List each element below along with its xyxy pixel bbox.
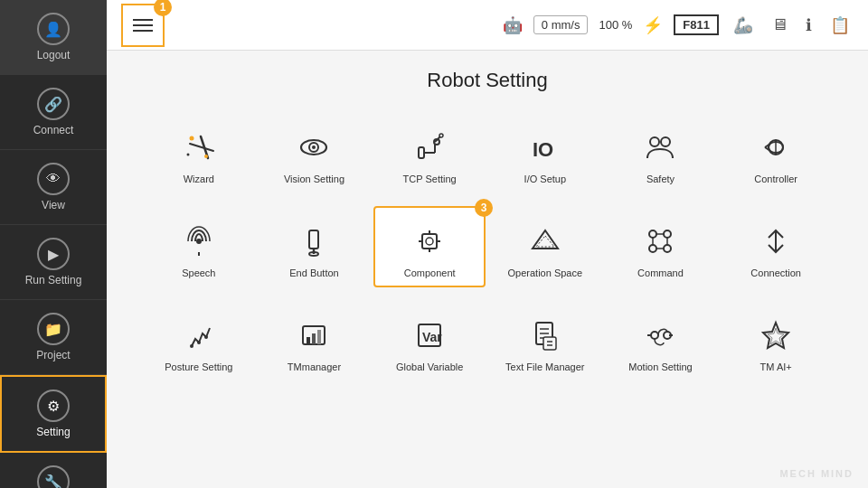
grid-item-io-setup[interactable]: IO I/O Setup xyxy=(489,114,601,192)
svg-point-34 xyxy=(649,230,656,238)
svg-marker-63 xyxy=(763,323,788,348)
page-title: Robot Setting xyxy=(143,69,832,92)
grid-item-component[interactable]: 3 Component xyxy=(373,206,486,287)
sidebar-label-logout: Logout xyxy=(37,49,71,61)
end-button-label: End Button xyxy=(289,267,338,278)
svg-point-43 xyxy=(190,344,193,348)
svg-point-27 xyxy=(426,238,433,245)
sidebar-label-run-setting: Run Setting xyxy=(25,274,82,286)
grid-item-motion-setting[interactable]: Motion Setting xyxy=(605,302,717,380)
grid-item-operation-space[interactable]: Operation Space xyxy=(489,206,601,287)
info-icon[interactable]: ℹ xyxy=(802,12,816,39)
grid-item-global-variable[interactable]: Var Global Variable xyxy=(373,302,486,380)
grid-item-speech[interactable]: Speech xyxy=(143,206,255,287)
svg-point-44 xyxy=(197,341,201,344)
motion-setting-icon xyxy=(642,313,678,358)
system-icon: 🔧 xyxy=(37,465,70,488)
content-area: Robot Setting Wizard Vision Setting xyxy=(107,51,868,488)
grid-item-wizard[interactable]: Wizard xyxy=(143,114,255,192)
command-label: Command xyxy=(637,267,684,278)
item-badge-component: 3 xyxy=(475,199,493,217)
end-button-icon xyxy=(296,219,332,264)
grid-item-command[interactable]: Command xyxy=(605,206,717,287)
grid-item-end-button[interactable]: End Button xyxy=(259,206,371,287)
svg-point-4 xyxy=(186,154,189,156)
logout-icon: 👤 xyxy=(37,13,70,45)
grid-item-tmmanager[interactable]: TMmanager xyxy=(259,302,371,380)
grid-item-safety[interactable]: Safety xyxy=(605,114,717,192)
sidebar-item-project[interactable]: 📁 Project xyxy=(0,300,107,375)
grid-item-text-file-manager[interactable]: Text File Manager xyxy=(489,302,601,380)
controller-label: Controller xyxy=(754,174,797,184)
robot-icon: 🤖 xyxy=(503,15,523,35)
sidebar-item-connect[interactable]: 🔗 Connect xyxy=(0,75,107,150)
grid-item-tcp-setting[interactable]: TCP Setting xyxy=(373,114,486,192)
grid-item-vision-setting[interactable]: Vision Setting xyxy=(259,114,371,192)
svg-rect-26 xyxy=(422,234,437,249)
svg-point-36 xyxy=(649,245,656,252)
motion-setting-label: Motion Setting xyxy=(628,361,692,372)
svg-rect-49 xyxy=(317,330,321,344)
connection-icon xyxy=(758,219,794,264)
operation-space-icon xyxy=(527,219,563,264)
tm-ai-plus-icon xyxy=(758,313,794,358)
io-setup-label: I/O Setup xyxy=(524,174,566,184)
safety-icon xyxy=(642,125,678,170)
svg-point-15 xyxy=(650,137,659,146)
network-icon: ⚡ xyxy=(643,15,663,35)
monitor-icon[interactable]: 🖥 xyxy=(768,12,791,38)
sidebar-item-logout[interactable]: 👤 Logout xyxy=(0,0,107,75)
global-variable-icon: Var xyxy=(411,313,448,358)
component-icon xyxy=(411,219,448,264)
setting-icon: ⚙ xyxy=(37,389,70,422)
text-file-manager-icon xyxy=(527,313,563,358)
hamburger-icon xyxy=(133,19,153,32)
tmmanager-label: TMmanager xyxy=(288,361,341,372)
f-badge: F811 xyxy=(674,14,719,35)
svg-point-7 xyxy=(312,145,316,149)
vision-setting-icon xyxy=(296,125,332,170)
tcp-setting-icon xyxy=(411,125,448,170)
svg-point-35 xyxy=(664,230,671,238)
view-icon: 👁 xyxy=(37,163,70,195)
svg-text:Var: Var xyxy=(422,330,442,344)
svg-point-16 xyxy=(661,137,670,146)
grid-item-controller[interactable]: Controller xyxy=(720,114,832,192)
sidebar-item-setting[interactable]: ⚙ Setting xyxy=(0,375,107,453)
operation-space-label: Operation Space xyxy=(508,267,583,278)
svg-rect-56 xyxy=(543,337,556,350)
robot-arm-icon[interactable]: 🦾 xyxy=(730,12,757,39)
sidebar-item-system[interactable]: 🔧 System xyxy=(0,453,107,488)
svg-point-13 xyxy=(439,134,443,137)
svg-point-2 xyxy=(189,136,193,141)
sidebar-item-view[interactable]: 👁 View xyxy=(0,150,107,225)
svg-point-3 xyxy=(204,155,208,158)
svg-marker-33 xyxy=(536,236,554,247)
sidebar-label-view: View xyxy=(42,199,65,211)
sidebar-label-setting: Setting xyxy=(36,426,70,438)
grid-item-tm-ai-plus[interactable]: TM AI+ xyxy=(720,302,832,380)
posture-setting-icon xyxy=(181,313,217,358)
svg-rect-23 xyxy=(309,230,318,249)
vision-setting-label: Vision Setting xyxy=(284,174,344,184)
sidebar-item-run-setting[interactable]: ▶ Run Setting xyxy=(0,225,107,300)
posture-setting-label: Posture Setting xyxy=(165,361,232,372)
sidebar-label-connect: Connect xyxy=(33,124,74,136)
topbar: 1 🤖 0 mm/s 100 % ⚡ F811 🦾 🖥 ℹ 📋 xyxy=(107,0,868,51)
svg-marker-64 xyxy=(768,328,784,344)
text-file-manager-label: Text File Manager xyxy=(505,361,584,372)
connect-icon: 🔗 xyxy=(37,88,70,120)
connection-label: Connection xyxy=(750,267,801,278)
right-section: 1 🤖 0 mm/s 100 % ⚡ F811 🦾 🖥 ℹ 📋 Robot Se… xyxy=(107,0,868,488)
command-icon xyxy=(642,219,678,264)
controller-icon xyxy=(758,125,794,170)
safety-label: Safety xyxy=(646,174,675,184)
menu-button[interactable]: 1 xyxy=(121,4,165,47)
svg-rect-47 xyxy=(307,337,310,344)
grid-item-posture-setting[interactable]: Posture Setting xyxy=(143,302,255,380)
tcp-setting-label: TCP Setting xyxy=(403,174,457,184)
menu-icon[interactable]: 📋 xyxy=(826,12,854,39)
svg-line-1 xyxy=(190,144,213,151)
grid-item-connection[interactable]: Connection xyxy=(720,206,832,287)
grid-row-1: Wizard Vision Setting TCP Setting xyxy=(143,114,832,192)
